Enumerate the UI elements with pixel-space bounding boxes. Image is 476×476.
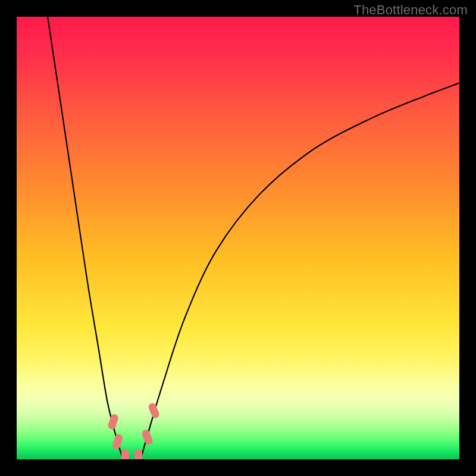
- marker-trough-right: [134, 449, 142, 459]
- chart-frame: TheBottleneck.com: [0, 0, 476, 476]
- plot-area: [17, 17, 459, 459]
- gradient-background: [17, 17, 459, 459]
- marker-trough-left: [121, 449, 129, 459]
- watermark-text: TheBottleneck.com: [353, 2, 468, 18]
- bottleneck-curve-chart: [17, 17, 459, 459]
